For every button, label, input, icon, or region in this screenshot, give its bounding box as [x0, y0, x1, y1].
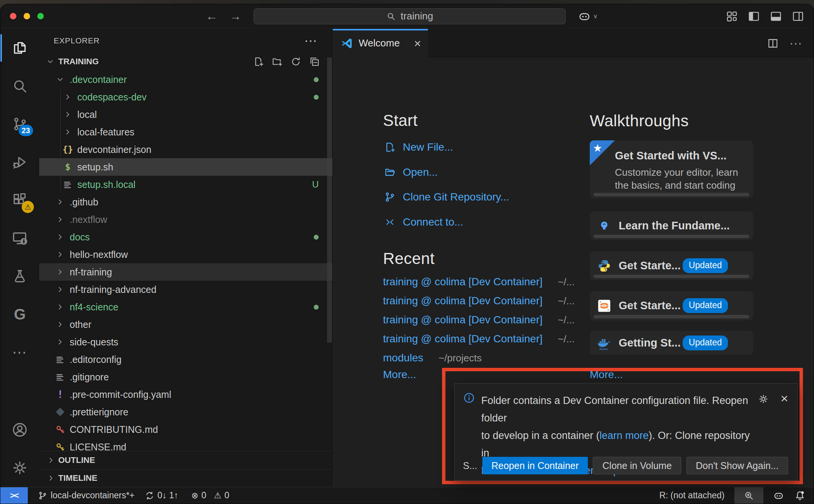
new-folder-icon[interactable] — [271, 55, 284, 68]
refresh-icon[interactable] — [289, 55, 302, 68]
recent-item-path: ~/... — [558, 333, 575, 345]
tree-item-nf-training[interactable]: nf-training — [39, 263, 332, 281]
activity-explorer[interactable] — [0, 29, 39, 67]
tree-item-local-features[interactable]: local-features — [39, 123, 332, 141]
tree-item-local[interactable]: local — [39, 106, 332, 123]
walkthrough-card[interactable]: Get Starte...Updated — [590, 251, 753, 280]
dont-show-again-button[interactable]: Don't Show Again... — [686, 457, 788, 474]
tree-item--gitignore[interactable]: .gitignore — [39, 368, 332, 386]
zoom-status-block[interactable] — [734, 487, 763, 504]
customize-layout-icon[interactable] — [725, 9, 739, 24]
tree-item--editorconfig[interactable]: .editorconfig — [39, 351, 332, 368]
remote-indicator[interactable]: >< — [0, 487, 28, 504]
git-branch-status[interactable]: local-devcontainers*+ — [38, 490, 135, 501]
tab-welcome[interactable]: Welcome × — [333, 29, 428, 57]
tree-item-label: codespaces-dev — [77, 92, 147, 103]
recent-item-name[interactable]: training @ colima [Dev Container] — [383, 295, 543, 307]
tree-item-nf4-science[interactable]: nf4-science — [39, 298, 332, 316]
notification-close-icon[interactable]: × — [780, 393, 788, 403]
recent-item[interactable]: training @ colima [Dev Container]~/... — [383, 311, 575, 329]
copilot-menu[interactable]: ∨ — [577, 9, 598, 24]
walkthrough-card[interactable]: docker Getting St...Updated — [590, 331, 753, 355]
window-controls — [10, 13, 44, 19]
activity-more[interactable]: ⋯ — [0, 333, 39, 371]
tree-item-other[interactable]: other — [39, 316, 332, 333]
editor-more-actions-icon[interactable]: ⋯ — [789, 36, 803, 51]
recent-item[interactable]: training @ colima [Dev Container]~/... — [383, 292, 575, 310]
walkthrough-description: Customize your editor, learn the basics,… — [615, 166, 745, 192]
recent-item-name[interactable]: training @ colima [Dev Container] — [383, 333, 543, 345]
copilot-status-icon[interactable] — [773, 490, 785, 502]
sync-icon — [145, 491, 155, 501]
start-link-connect-to[interactable]: Connect to... — [383, 213, 463, 231]
activity-testing[interactable] — [0, 257, 39, 295]
walkthrough-card[interactable]: ★ Get Started with VS... Customize your … — [590, 140, 753, 198]
notification-settings-gear-icon[interactable] — [758, 393, 769, 405]
tree-item-nf-training-advanced[interactable]: nf-training-advanced — [39, 281, 332, 298]
sync-status[interactable]: 0↓ 1↑ — [145, 490, 179, 501]
close-window-button[interactable] — [10, 13, 16, 19]
recent-item[interactable]: training @ colima [Dev Container]~/... — [383, 330, 575, 348]
tree-item--pre-commit-config-yaml[interactable]: !.pre-commit-config.yaml — [39, 386, 332, 403]
recent-item-name[interactable]: modules — [383, 352, 423, 364]
toggle-primary-sidebar-icon[interactable] — [747, 9, 761, 24]
accounts-button[interactable] — [0, 411, 39, 449]
recent-item[interactable]: modules~/projects — [383, 349, 482, 367]
walkthrough-card[interactable]: Learn the Fundame... — [590, 211, 753, 240]
tree-item-contributing-md[interactable]: CONTRIBUTING.md — [39, 421, 332, 438]
forward-button[interactable]: → — [229, 9, 241, 23]
timeline-section-header[interactable]: TIMELINE — [39, 469, 332, 487]
sidebar-scrollbar[interactable] — [327, 57, 332, 343]
r-attach-status[interactable]: R: (not attached) — [659, 490, 725, 501]
tree-item-setup-sh[interactable]: $setup.sh — [39, 158, 332, 176]
learn-more-link[interactable]: learn more — [600, 430, 649, 441]
notifications-bell-icon[interactable] — [794, 490, 806, 502]
activity-search[interactable] — [0, 67, 39, 105]
walkthrough-card[interactable]: jupyter Get Starte...Updated — [590, 291, 753, 320]
toggle-panel-icon[interactable] — [769, 9, 783, 24]
back-button[interactable]: ← — [206, 9, 218, 23]
tree-item--prettierignore[interactable]: .prettierignore — [39, 403, 332, 421]
tree-item-setup-sh-local[interactable]: setup.sh.localU — [39, 176, 332, 193]
file-tree: .devcontainercodespaces-devlocallocal-fe… — [39, 71, 332, 456]
walkthrough-progress — [594, 275, 749, 278]
recent-item-name[interactable]: training @ colima [Dev Container] — [383, 276, 543, 288]
timeline-label: TIMELINE — [58, 473, 97, 483]
maximize-window-button[interactable] — [37, 13, 44, 19]
tree-item-devcontainer-json[interactable]: {}devcontainer.json — [39, 141, 332, 158]
tree-item-docs[interactable]: docs — [39, 228, 332, 246]
recent-item-name[interactable]: training @ colima [Dev Container] — [383, 314, 543, 326]
zoom-in-icon — [744, 490, 754, 501]
activity-extensions[interactable]: ⚠ — [0, 181, 39, 219]
command-center-search[interactable]: training — [254, 8, 566, 24]
recent-more-link[interactable]: More... — [383, 369, 416, 381]
activity-remote-explorer[interactable] — [0, 219, 39, 257]
tree-item--devcontainer[interactable]: .devcontainer — [39, 71, 332, 88]
run-debug-icon — [11, 154, 28, 170]
tree-item-hello-nextflow[interactable]: hello-nextflow — [39, 246, 332, 263]
start-link-new-file[interactable]: New File... — [383, 138, 453, 156]
reopen-in-container-button[interactable]: Reopen in Container — [482, 457, 588, 474]
settings-button[interactable] — [0, 449, 39, 487]
tree-item-codespaces-dev[interactable]: codespaces-dev — [39, 88, 332, 106]
new-file-icon[interactable] — [252, 55, 265, 68]
outline-section-header[interactable]: OUTLINE — [39, 451, 332, 469]
clone-in-volume-button[interactable]: Clone in Volume — [593, 457, 681, 474]
collapse-all-icon[interactable] — [308, 55, 321, 68]
start-link-open[interactable]: Open... — [383, 163, 438, 181]
tree-item--github[interactable]: .github — [39, 193, 332, 211]
problems-status[interactable]: ⊗ 0 ⚠ 0 — [192, 490, 230, 501]
split-editor-icon[interactable] — [766, 36, 780, 51]
activity-bar: 23 ⚠ — [0, 29, 39, 487]
activity-source-control[interactable]: 23 — [0, 105, 39, 143]
workspace-section-header[interactable]: TRAINING — [39, 52, 332, 71]
tree-item--nextflow[interactable]: .nextflow — [39, 211, 332, 228]
activity-run-debug[interactable] — [0, 143, 39, 181]
activity-gitlens[interactable]: G — [0, 295, 39, 333]
minimize-window-button[interactable] — [24, 13, 30, 19]
tree-item-side-quests[interactable]: side-quests — [39, 333, 332, 351]
toggle-secondary-sidebar-icon[interactable] — [791, 9, 805, 24]
recent-item[interactable]: training @ colima [Dev Container]~/... — [383, 273, 575, 291]
chevron-right-icon — [61, 110, 74, 119]
start-link-clone-git-repository[interactable]: Clone Git Repository... — [383, 188, 509, 206]
